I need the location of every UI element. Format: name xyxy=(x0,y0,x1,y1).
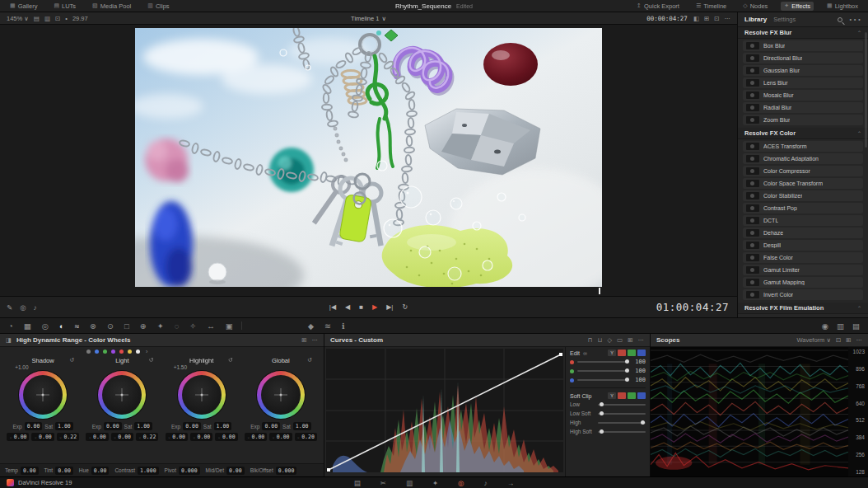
top-bar-button[interactable]: ↥ Quick Export xyxy=(633,2,683,11)
palette-icon[interactable]: □ xyxy=(124,321,129,331)
fx-item[interactable]: Chromatic Adaptation xyxy=(743,153,863,164)
transport-button[interactable]: ▶| xyxy=(386,303,393,311)
timeline-select[interactable]: Timeline 1∨ xyxy=(351,15,386,22)
transport-button[interactable]: ▶ xyxy=(372,303,377,311)
parameter-value[interactable]: 0.00 xyxy=(21,467,39,475)
top-bar-button[interactable]: ▧ Media Pool xyxy=(89,2,134,11)
scopes-header-icon[interactable]: ⊡ xyxy=(836,336,841,344)
channel-button[interactable] xyxy=(628,350,636,356)
palette-icon[interactable]: ▦ xyxy=(24,321,31,331)
viewer-toolbar-icon[interactable]: ⊡ xyxy=(55,15,60,22)
curves-header-icon[interactable]: ⊓ xyxy=(588,336,593,344)
library-more-icon[interactable]: ⋯ xyxy=(848,12,861,27)
zoom-select[interactable]: 145% ∨ xyxy=(7,15,29,22)
fx-item[interactable]: Color Compressor xyxy=(743,166,863,176)
rgb-value[interactable]: ◦0.00 xyxy=(215,433,237,441)
palette-icon[interactable]: ◉ xyxy=(822,321,828,331)
channel-button[interactable] xyxy=(637,350,646,356)
soft-clip-slider[interactable] xyxy=(598,431,646,433)
library-section-header[interactable]: Resolve FX Color ⌃ xyxy=(738,128,868,139)
exp-value[interactable]: 0.00 xyxy=(25,422,43,430)
curves-header-icon[interactable]: ▭ xyxy=(617,336,623,344)
page-button[interactable]: ✂ xyxy=(380,479,386,487)
fx-item[interactable]: Directional Blur xyxy=(743,53,863,63)
palette-icon[interactable]: ◆ xyxy=(308,321,314,331)
zone-dot[interactable] xyxy=(119,350,124,354)
channel-value[interactable]: 100 xyxy=(632,377,646,383)
link-channels-icon[interactable]: ∞ xyxy=(583,350,587,356)
parameter-value[interactable]: 0.000 xyxy=(276,467,297,475)
exp-value[interactable]: 0.00 xyxy=(262,422,280,430)
transport-button[interactable]: ■ xyxy=(359,303,363,311)
channel-button[interactable] xyxy=(618,392,626,399)
sat-value[interactable]: 1.00 xyxy=(134,422,152,430)
parameter-value[interactable]: 0.00 xyxy=(91,467,110,475)
top-bar-button[interactable]: ✦ Effects xyxy=(781,2,814,11)
rgb-value[interactable]: ◦0.22 xyxy=(136,433,158,441)
viewer-toolbar-icon[interactable]: ▤ xyxy=(34,15,40,22)
library-section-header[interactable]: Resolve FX Film Emulation ⌃ xyxy=(738,303,868,314)
scopes-header-icon[interactable]: ⊞ xyxy=(846,336,851,344)
reset-icon[interactable]: ↺ xyxy=(228,357,233,364)
palette-icon[interactable]: ↔ xyxy=(207,321,215,331)
palette-icon[interactable]: ◔ xyxy=(8,321,13,331)
viewer-toolbar-icon[interactable]: ⊞ xyxy=(704,15,709,22)
fx-item[interactable]: Gamut Limiter xyxy=(743,265,863,275)
zone-dot[interactable] xyxy=(86,350,91,354)
viewer-tool-icon[interactable]: ♪ xyxy=(34,303,37,312)
palette-icon[interactable]: ℹ xyxy=(342,321,345,331)
color-wheel[interactable] xyxy=(257,371,305,419)
fx-item[interactable]: DCTL xyxy=(743,215,863,226)
viewer-tool-icon[interactable]: ◎ xyxy=(20,303,26,312)
hdr-more-icon[interactable]: ⋯ xyxy=(312,336,319,344)
scope-mode-select[interactable]: Waveform ∨ xyxy=(796,336,831,344)
fx-item[interactable]: Contrast Pop xyxy=(743,203,863,214)
fx-item[interactable]: Gaussian Blur xyxy=(743,65,863,76)
fx-item[interactable]: Invert Color xyxy=(743,289,863,300)
viewer-toolbar-icon[interactable]: ▥ xyxy=(44,15,50,22)
zone-next-icon[interactable]: › xyxy=(146,349,147,354)
zone-dot[interactable] xyxy=(95,350,99,354)
viewer-toolbar-icon[interactable]: ⊡ xyxy=(714,15,719,22)
zone-dot[interactable] xyxy=(128,350,132,354)
fx-item[interactable]: Mosaic Blur xyxy=(743,90,863,101)
zone-dot[interactable] xyxy=(136,350,140,354)
channel-slider[interactable] xyxy=(577,361,629,363)
rgb-value[interactable]: ◦0.00 xyxy=(31,433,54,441)
transport-button[interactable]: |◀ xyxy=(329,303,336,311)
fx-item[interactable]: Gamut Mapping xyxy=(743,277,863,288)
page-button[interactable]: ♪ xyxy=(483,479,487,487)
reset-icon[interactable]: ↺ xyxy=(69,357,74,364)
palette-icon[interactable]: ◐ xyxy=(59,321,64,331)
rgb-value[interactable]: ◦0.00 xyxy=(245,433,267,441)
tab-settings[interactable]: Settings xyxy=(773,16,796,23)
channel-button[interactable] xyxy=(628,392,636,399)
soft-clip-slider[interactable] xyxy=(598,404,646,406)
page-button[interactable]: → xyxy=(507,479,515,487)
color-wheel[interactable] xyxy=(178,371,226,419)
rgb-value[interactable]: ◦0.00 xyxy=(166,433,188,441)
parameter-value[interactable]: 0.000 xyxy=(179,467,200,475)
fx-item[interactable]: Color Stabilizer xyxy=(743,190,863,201)
channel-slider[interactable] xyxy=(577,370,629,372)
color-wheel[interactable] xyxy=(98,371,146,419)
scrollbar[interactable] xyxy=(865,32,867,148)
top-bar-button[interactable]: ◇ Nodes xyxy=(740,2,771,11)
top-bar-button[interactable]: ▥ Clips xyxy=(144,2,172,11)
channel-button[interactable] xyxy=(637,392,646,399)
library-section-header[interactable]: Resolve FX Blur ⌃ xyxy=(738,27,868,39)
parameter-value[interactable]: 0.00 xyxy=(55,467,73,475)
zone-dot[interactable] xyxy=(103,350,107,354)
palette-icon[interactable]: ⊕ xyxy=(140,321,147,331)
tab-library[interactable]: Library xyxy=(744,16,767,23)
hdr-grid-icon[interactable]: ⊞ xyxy=(301,336,306,344)
fx-item[interactable]: ACES Transform xyxy=(743,141,863,152)
palette-icon[interactable]: ◌ xyxy=(175,321,180,331)
palette-icon[interactable]: ◎ xyxy=(42,321,49,331)
channel-value[interactable]: 100 xyxy=(632,368,646,374)
parameter-value[interactable]: 1.000 xyxy=(138,467,159,475)
zone-dot[interactable] xyxy=(111,350,115,354)
viewer-toolbar-icon[interactable]: ⋯ xyxy=(725,15,731,22)
color-wheel[interactable] xyxy=(19,371,67,419)
palette-icon[interactable]: ▤ xyxy=(852,321,860,331)
